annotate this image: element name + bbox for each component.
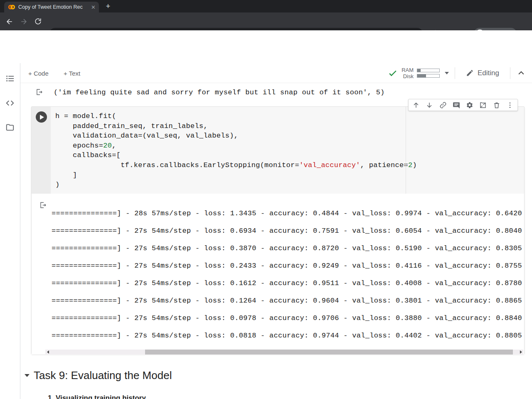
collapse-header-icon[interactable] (517, 69, 525, 77)
editing-mode-label[interactable]: Editing (478, 69, 499, 77)
cell-toolbar (408, 99, 518, 111)
new-tab-button[interactable]: + (103, 1, 113, 11)
disk-usage-bar (417, 74, 440, 78)
scrollbar-thumb[interactable] (145, 350, 513, 355)
code-snippets-icon[interactable] (5, 99, 15, 108)
cell-output-area: ===============] - 28s 57ms/step - loss:… (32, 194, 524, 354)
task-heading: Task 9: Evaluating the Model (34, 369, 172, 382)
files-icon[interactable] (5, 123, 15, 132)
tab-close-icon[interactable]: ✕ (91, 4, 96, 10)
pencil-icon (466, 69, 474, 77)
training-log-line: ===============] - 27s 54ms/step - loss:… (52, 239, 522, 257)
play-icon (40, 115, 44, 120)
ram-label: RAM (401, 67, 414, 73)
more-vert-icon[interactable] (506, 101, 514, 109)
collapse-section-icon[interactable] (25, 374, 30, 377)
previous-cell-output: ('im feeling quite sad and sorry for mys… (54, 89, 385, 96)
code-line: padded_train_seq, train_labels, (55, 121, 417, 131)
code-line: callbacks=[ (55, 150, 417, 160)
add-text-button[interactable]: + Text (64, 63, 80, 83)
output-horizontal-scrollbar[interactable] (45, 350, 523, 355)
training-log-line: ===============] - 27s 54ms/step - loss:… (52, 327, 522, 344)
left-sidebar (0, 63, 20, 399)
resource-bars[interactable] (417, 69, 440, 78)
scroll-left-icon[interactable] (45, 350, 50, 355)
editor-edge-divider (406, 107, 406, 194)
add-code-button[interactable]: + Code (28, 63, 49, 83)
scrollbar-track[interactable] (50, 350, 518, 355)
training-log: ===============] - 28s 57ms/step - loss:… (52, 204, 522, 344)
training-log-line: ===============] - 27s 54ms/step - loss:… (52, 257, 522, 274)
training-log-line: ===============] - 27s 54ms/step - loss:… (52, 274, 522, 292)
output-icon (39, 201, 47, 209)
browser-tab[interactable]: Copy of Tweet Emotion Rec ✕ (4, 2, 99, 12)
scroll-right-icon[interactable] (518, 350, 523, 355)
code-line: validation_data=(val_seq, val_labels), (55, 131, 417, 141)
settings-icon[interactable] (466, 101, 473, 109)
run-cell-button[interactable] (36, 111, 47, 123)
toolbar-divider-2 (510, 67, 510, 79)
training-log-line: ===============] - 27s 54ms/step - loss:… (52, 292, 522, 309)
link-icon[interactable] (439, 101, 447, 109)
browser-tab-bar: Copy of Tweet Emotion Rec ✕ + (0, 0, 532, 12)
training-log-line: ===============] - 27s 54ms/step - loss:… (52, 222, 522, 239)
connected-check-icon (388, 69, 397, 78)
code-line: epochs=20, (55, 141, 417, 151)
colab-window: Copy of Tweet Emotion Rec ✕ + colab.rese… (0, 0, 532, 399)
reload-icon[interactable] (31, 15, 45, 29)
code-editor[interactable]: h = model.fit( padded_train_seq, train_l… (32, 107, 524, 194)
colab-favicon (8, 4, 15, 10)
move-down-icon[interactable] (426, 101, 433, 109)
toolbar-divider (455, 67, 455, 79)
notebook-content: ('im feeling quite sad and sorry for mys… (20, 83, 532, 399)
code-cell[interactable]: h = model.fit( padded_train_seq, train_l… (31, 106, 525, 354)
open-in-window-icon[interactable] (479, 101, 487, 109)
output-cell-icon (35, 88, 43, 96)
code-line: ) (55, 180, 417, 190)
code-lines: h = model.fit( padded_train_seq, train_l… (55, 111, 417, 190)
code-line: h = model.fit( (55, 111, 417, 121)
back-icon[interactable] (2, 15, 17, 29)
colab-header: Copy of Tweet Emotion Recognition - Lear… (0, 30, 532, 63)
disk-label: Disk (403, 73, 414, 79)
code-line: ] (55, 170, 417, 180)
resources-dropdown-icon[interactable] (445, 72, 449, 74)
vm-status-cluster: RAM Disk Editing (388, 63, 532, 83)
comment-icon[interactable] (453, 101, 460, 109)
notebook-toolbar: + Code + Text RAM Disk Editing (20, 63, 532, 83)
tab-title: Copy of Tweet Emotion Rec (18, 4, 89, 10)
table-of-contents-icon[interactable] (5, 74, 15, 83)
delete-icon[interactable] (493, 101, 500, 109)
forward-icon[interactable] (17, 15, 31, 29)
move-up-icon[interactable] (412, 101, 420, 109)
ram-disk-labels: RAM Disk (401, 67, 414, 79)
browser-url-bar: colab.research.google.com/drive/17vsDGld… (0, 12, 532, 30)
task-heading-row: Task 9: Evaluating the Model (24, 369, 172, 382)
ram-usage-bar (417, 69, 440, 72)
training-log-line: ===============] - 28s 57ms/step - loss:… (52, 204, 522, 222)
task-list-item: 1. Visualizing training history (48, 394, 146, 399)
training-log-line: ===============] - 27s 54ms/step - loss:… (52, 309, 522, 327)
code-line: tf.keras.callbacks.EarlyStopping(monitor… (55, 160, 417, 170)
